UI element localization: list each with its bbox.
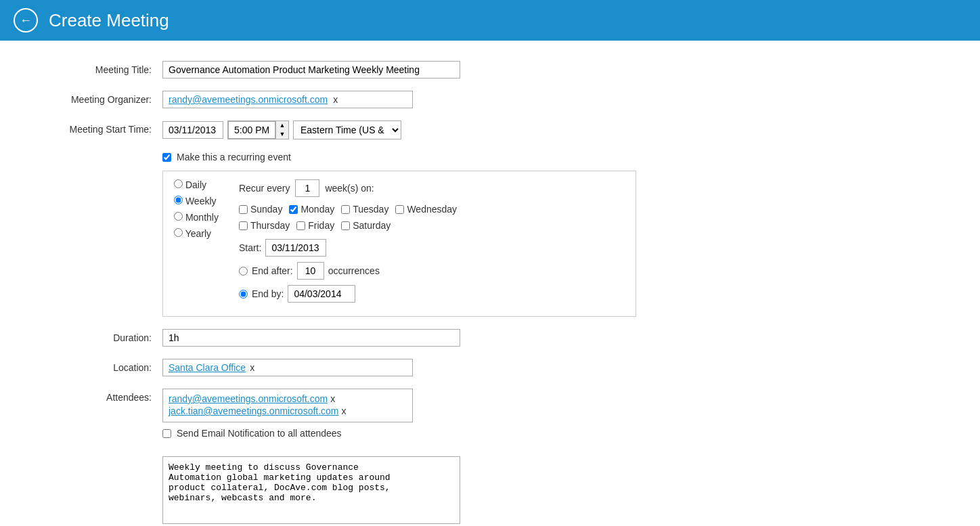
location-row: Location: Santa Clara Office x [41, 359, 636, 376]
attendees-control: randy@avemeetings.onmicrosoft.com x jack… [162, 389, 636, 444]
attendee-row-2: jack.tian@avemeetings.onmicrosoft.com x [169, 406, 407, 416]
organizer-email: randy@avemeetings.onmicrosoft.com [169, 94, 328, 105]
day-sunday-checkbox[interactable] [239, 205, 248, 214]
day-tuesday-checkbox[interactable] [341, 205, 350, 214]
recur-start-date-input[interactable] [265, 239, 326, 257]
description-spacer [41, 456, 162, 460]
organizer-remove[interactable]: x [333, 94, 338, 105]
day-wednesday-checkbox[interactable] [395, 205, 404, 214]
end-by-date-input[interactable] [288, 285, 355, 303]
recurring-check-row: Make this a recurring event [162, 152, 636, 162]
end-after-label[interactable]: End after: [252, 265, 293, 276]
day-friday-checkbox[interactable] [296, 221, 305, 230]
recur-days-row: Sunday Monday Tuesday Wednesday [239, 204, 625, 215]
attendees-row: Attendees: randy@avemeetings.onmicrosoft… [41, 389, 636, 444]
recurring-control: Make this a recurring event Daily Weekly [162, 152, 636, 317]
end-after-radio[interactable] [239, 267, 248, 276]
day-saturday-checkbox[interactable] [341, 221, 350, 230]
time-input[interactable] [228, 121, 275, 139]
recur-every-row: Recur every week(s) on: [239, 179, 625, 197]
recur-daily-radio[interactable] [174, 179, 183, 188]
location-control: Santa Clara Office x [162, 359, 636, 376]
start-time-inputs: ▲ ▼ Eastern Time (US & Canada) Central T… [162, 120, 636, 139]
end-by-row: End by: [239, 285, 625, 303]
location-input-wrap: Santa Clara Office x [162, 359, 413, 376]
meeting-title-input[interactable] [162, 61, 460, 79]
notify-checkbox[interactable] [162, 429, 171, 438]
meeting-title-label: Meeting Title: [41, 61, 162, 75]
start-label: Start: [239, 242, 261, 253]
location-label: Location: [41, 359, 162, 373]
attendee-email-2: jack.tian@avemeetings.onmicrosoft.com [169, 406, 339, 416]
start-date-row: Start: [239, 239, 625, 257]
recur-monthly-text: Monthly [185, 212, 219, 223]
recur-daily-label[interactable]: Daily [174, 179, 219, 190]
start-date-input[interactable] [162, 121, 223, 139]
attendees-box: randy@avemeetings.onmicrosoft.com x jack… [162, 389, 413, 422]
recur-weekly-radio[interactable] [174, 196, 183, 204]
recur-yearly-label[interactable]: Yearly [174, 228, 219, 239]
attendee-email-1: randy@avemeetings.onmicrosoft.com [169, 393, 328, 404]
recurring-checkbox[interactable] [162, 153, 171, 162]
recurring-spacer [41, 152, 162, 155]
recurring-label[interactable]: Make this a recurring event [177, 152, 291, 162]
form-area: Meeting Title: Meeting Organizer: randy@… [0, 41, 677, 526]
recur-weeks-label: week(s) on: [325, 183, 374, 194]
day-monday-label[interactable]: Monday [289, 204, 334, 215]
attendee-remove-1[interactable]: x [330, 393, 335, 404]
day-sunday-label[interactable]: Sunday [239, 204, 282, 215]
back-button[interactable]: ← [14, 8, 38, 32]
timezone-select[interactable]: Eastern Time (US & Canada) Central Time … [293, 120, 401, 139]
end-after-row: End after: occurrences [239, 262, 625, 280]
notify-label[interactable]: Send Email Notification to all attendees [177, 428, 342, 439]
day-thursday-label[interactable]: Thursday [239, 220, 290, 231]
recur-daily-text: Daily [185, 179, 206, 190]
attendee-row-1: randy@avemeetings.onmicrosoft.com x [169, 393, 407, 404]
organizer-input-wrap: randy@avemeetings.onmicrosoft.com x [162, 91, 413, 108]
recur-yearly-radio[interactable] [174, 228, 183, 237]
meeting-title-row: Meeting Title: [41, 61, 636, 79]
day-thursday-checkbox[interactable] [239, 221, 248, 230]
time-down-button[interactable]: ▼ [276, 130, 288, 139]
recur-yearly-text: Yearly [185, 228, 211, 239]
day-monday-text: Monday [300, 204, 334, 215]
day-saturday-label[interactable]: Saturday [341, 220, 391, 231]
recur-panel: Daily Weekly Monthly Yearly [162, 171, 636, 317]
day-tuesday-text: Tuesday [353, 204, 388, 215]
attendee-remove-2[interactable]: x [342, 406, 347, 416]
location-value: Santa Clara Office [169, 362, 246, 373]
page-title: Create Meeting [49, 10, 169, 31]
day-friday-text: Friday [308, 220, 334, 231]
start-time-label: Meeting Start Time: [41, 120, 162, 135]
day-tuesday-label[interactable]: Tuesday [341, 204, 388, 215]
organizer-control: randy@avemeetings.onmicrosoft.com x [162, 91, 636, 108]
organizer-label: Meeting Organizer: [41, 91, 162, 105]
notify-row: Send Email Notification to all attendees [162, 428, 636, 439]
day-saturday-text: Saturday [353, 220, 391, 231]
back-icon: ← [20, 14, 32, 28]
recur-weekly-options: Recur every week(s) on: Sunday Monday [239, 179, 625, 308]
duration-control [162, 329, 636, 347]
duration-input[interactable] [162, 329, 460, 347]
recurring-row: Make this a recurring event Daily Weekly [41, 152, 636, 317]
time-up-button[interactable]: ▲ [276, 121, 288, 130]
recur-monthly-label[interactable]: Monthly [174, 212, 219, 223]
end-by-radio[interactable] [239, 290, 248, 299]
description-textarea-control: Weekly meeting to discuss Governance Aut… [162, 456, 636, 526]
header: ← Create Meeting [0, 0, 980, 41]
day-monday-checkbox[interactable] [289, 205, 298, 214]
day-wednesday-label[interactable]: Wednesday [395, 204, 457, 215]
meeting-title-control [162, 61, 636, 79]
description-textarea-row: Weekly meeting to discuss Governance Aut… [41, 456, 636, 526]
attendees-label: Attendees: [41, 389, 162, 403]
recur-weekly-label[interactable]: Weekly [174, 196, 219, 206]
end-by-label[interactable]: End by: [252, 288, 284, 299]
recur-every-input[interactable] [295, 179, 319, 197]
day-friday-label[interactable]: Friday [296, 220, 334, 231]
description-textarea[interactable]: Weekly meeting to discuss Governance Aut… [162, 456, 460, 524]
recur-monthly-radio[interactable] [174, 212, 183, 221]
location-remove[interactable]: x [250, 362, 254, 373]
occurrences-input[interactable] [297, 262, 324, 280]
recur-weekly-text: Weekly [185, 196, 217, 206]
recur-type-group: Daily Weekly Monthly Yearly [174, 179, 219, 308]
